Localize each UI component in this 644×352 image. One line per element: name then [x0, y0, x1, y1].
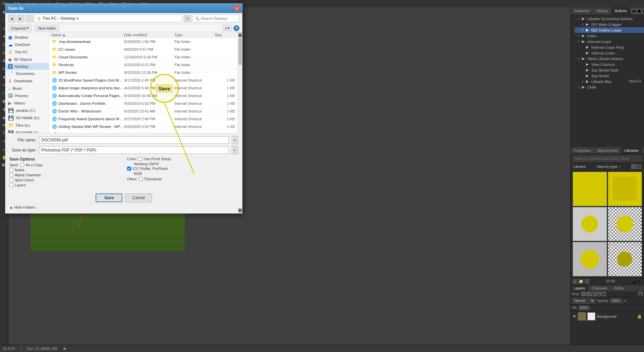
3dobjects-icon: ◈: [8, 57, 12, 62]
rgb-label: RGB: [127, 172, 238, 176]
save-options-title: Save Options: [9, 157, 120, 162]
file-list: Name ▲ Date modified Type Size 📁 .tmp.dr…: [49, 32, 237, 133]
filelist-scrollbar[interactable]: ▲ ▼: [237, 32, 242, 133]
nav-3dobjects[interactable]: ◈ 3D Objects: [5, 56, 49, 63]
as-copy-checkbox[interactable]: [20, 163, 24, 167]
file-row[interactable]: 🌐 Getting Started With WP Rocket - WP Ro…: [49, 123, 237, 131]
nav-sandisk[interactable]: 💾 sandisk (C:): [5, 107, 49, 114]
notes-checkbox[interactable]: [9, 168, 13, 172]
cancel-button[interactable]: Cancel: [125, 193, 152, 202]
scroll-thumb[interactable]: [238, 38, 242, 65]
save-options-section: Save Options Save: As a Copy Notes Alpha…: [9, 157, 238, 188]
forward-button[interactable]: ▶: [17, 15, 24, 22]
col-date[interactable]: Date modified: [124, 33, 174, 37]
nav-dropbox[interactable]: ▣ Dropbox: [5, 34, 49, 41]
file-row[interactable]: 🌐 Adjust image sharpness and lens blur i…: [49, 84, 237, 92]
file-row[interactable]: 📁 CC issues 9/8/2020 9:57 PM File folder: [49, 46, 237, 53]
hide-folders-row[interactable]: ▲ Hide Folders: [9, 204, 238, 211]
file-row[interactable]: 🌐 Automatically Create Personal Pages fo…: [49, 92, 237, 100]
music-icon: ♪: [8, 86, 10, 91]
up-button[interactable]: ↑: [25, 15, 33, 22]
view-toggle-button[interactable]: ≡ ▾: [223, 25, 232, 31]
nav-noname-l[interactable]: 💾 NO NAME (l:): [5, 129, 49, 133]
col-name[interactable]: Name ▲: [52, 33, 124, 37]
nav-thispc[interactable]: 🖥 This PC: [5, 48, 49, 56]
filelist-header: Name ▲ Date modified Type Size: [49, 32, 237, 38]
organize-button[interactable]: Organize ▾: [8, 25, 32, 31]
nav-pictures[interactable]: 🖼 Pictures: [5, 92, 49, 99]
icc-profile-checkbox[interactable]: [127, 167, 131, 171]
noname-k-icon: 💾: [8, 115, 14, 121]
pictures-icon: 🖼: [8, 93, 13, 98]
filename-row: File name: ▾: [9, 136, 238, 144]
layers-checkbox[interactable]: [9, 183, 13, 187]
dialog-leftnav: ▣ Dropbox ☁ OneDrive 🖥 This PC ◈ 3D Obje…: [5, 32, 49, 133]
refresh-button[interactable]: ↻: [184, 15, 191, 22]
search-input[interactable]: [201, 16, 238, 20]
nav-music[interactable]: ♪ Music: [5, 85, 49, 92]
save-options-right: Color: Use Proof Setup: Working CMYK ICC…: [127, 157, 238, 188]
help-button[interactable]: ?: [233, 25, 239, 31]
onedrive-icon: ☁: [8, 42, 13, 47]
file-row[interactable]: 📁 Cloud Documents 11/20/2019 5:39 PM Fil…: [49, 53, 237, 61]
ie-icon: 🌐: [52, 108, 57, 114]
file-list-container: Name ▲ Date modified Type Size 📁 .tmp.dr…: [49, 32, 242, 133]
videos-icon: ▶: [8, 100, 12, 106]
path-pc: This PC: [42, 16, 57, 21]
folder-icon: 📁: [52, 47, 57, 52]
file-row[interactable]: 🔗 Google Drive 11/7/2018 9:40 AM Shortcu…: [49, 131, 237, 133]
alpha-channels-row: Alpha Channels: [9, 173, 120, 177]
col-size[interactable]: Size: [215, 33, 235, 37]
ie-icon: 🌐: [52, 101, 57, 106]
dialog-bottom: File name: ▾ Save as type: ▾ Save Option…: [5, 133, 242, 213]
nav-desktop[interactable]: 🖥 Desktop: [5, 63, 49, 70]
hide-folders-arrow: ▲: [9, 205, 13, 209]
scroll-up-btn[interactable]: ▲: [238, 33, 242, 37]
dialog-title: Save As: [8, 6, 23, 11]
savetype-dropdown[interactable]: ▾: [231, 146, 238, 154]
nav-onedrive[interactable]: ☁ OneDrive: [5, 41, 49, 48]
filename-input[interactable]: [39, 136, 229, 144]
save-as-dialog: Save As ✕ ◀ ▶ ↑ 🖥 This PC › Desktop ▾ ↻ …: [5, 3, 243, 214]
file-row[interactable]: 🌐 Dashboard - Journo Portfolio 4/28/2019…: [49, 100, 237, 107]
spot-colors-checkbox[interactable]: [9, 178, 13, 182]
file-row[interactable]: 📁 WP Rocket 9/22/2020 12:39 PM File fold…: [49, 69, 237, 77]
nav-videos[interactable]: ▶ Videos: [5, 99, 49, 107]
path-dropdown-icon[interactable]: ▾: [77, 16, 82, 21]
color-label-row: Color: Use Proof Setup:: [127, 157, 238, 161]
ie-icon: 🌐: [52, 85, 57, 91]
savetype-input[interactable]: [39, 146, 229, 154]
thumbnail-checkbox[interactable]: [139, 177, 143, 181]
save-button[interactable]: Save: [96, 193, 122, 202]
save-options-left: Save Options Save: As a Copy Notes Alpha…: [9, 157, 120, 188]
ie-icon: 🌐: [52, 78, 57, 83]
nav-downloads[interactable]: ⬇ Downloads: [5, 77, 49, 85]
dialog-titlebar: Save As ✕: [5, 4, 242, 13]
dialog-actionbar: Organize ▾ New folder ≡ ▾ ?: [5, 24, 242, 32]
use-proof-setup-checkbox[interactable]: [138, 157, 142, 161]
file-row[interactable]: 🌐 Doctor Who - Writersroom 6/2/2020 10:4…: [49, 107, 237, 115]
sandisk-icon: 💾: [8, 108, 14, 113]
filename-dropdown[interactable]: ▾: [231, 136, 238, 144]
organize-dropdown-icon: ▾: [27, 26, 29, 30]
new-folder-button[interactable]: New folder: [35, 25, 60, 31]
file-row[interactable]: 📁 .tmp.drivedownload 6/29/2020 1:56 PM F…: [49, 38, 237, 46]
notes-row: Notes: [9, 168, 120, 172]
downloads-icon: ⬇: [8, 78, 12, 84]
file-row[interactable]: 🌐 Frequently Asked Questions about WP R.…: [49, 115, 237, 123]
desktop-icon: 🖥: [8, 64, 13, 69]
dialog-close-button[interactable]: ✕: [234, 6, 239, 11]
back-button[interactable]: ◀: [8, 15, 15, 22]
icc-profile-row: ICC Profile: ProPhoto: [127, 167, 238, 171]
filename-label: File name:: [9, 138, 36, 142]
dialog-buttons: Save Cancel: [9, 191, 238, 204]
nav-files-k[interactable]: 📁 Files (k:): [5, 122, 49, 129]
spot-colors-row: Spot Colors: [9, 178, 120, 182]
col-type[interactable]: Type: [174, 33, 215, 37]
alpha-channels-checkbox[interactable]: [9, 173, 13, 177]
nav-documents[interactable]: 📄 Documents: [5, 70, 49, 77]
nav-noname-k[interactable]: 💾 NO NAME (k:): [5, 114, 49, 122]
file-row[interactable]: 🌐 25 WordPress Speed Plugins (Got Me 100…: [49, 77, 237, 84]
dropbox-icon: ▣: [8, 35, 12, 40]
file-row[interactable]: 📁 Shortcuts 4/23/2020 6:21 PM File folde…: [49, 61, 237, 69]
